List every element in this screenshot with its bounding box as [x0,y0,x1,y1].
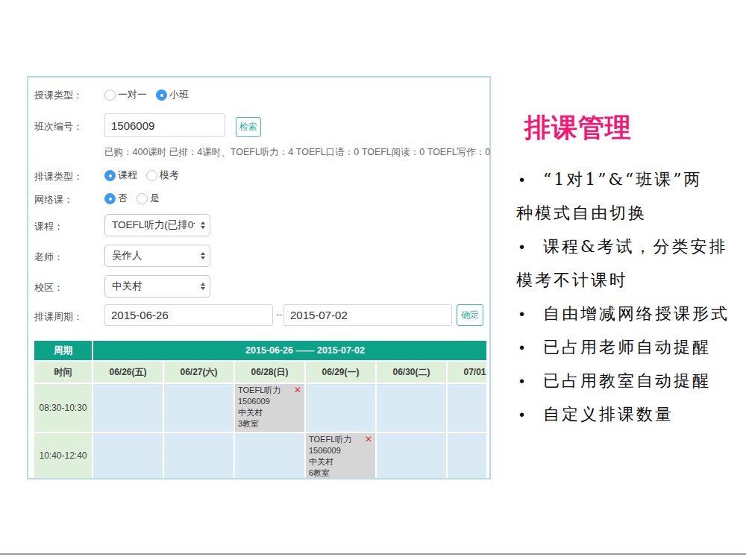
select-arrows-icon [201,283,205,290]
bullet-icon: • [516,398,543,432]
schedule-cell[interactable] [306,384,375,432]
feature-text: 已占用教室自动提醒 [543,371,711,390]
radio-option-unselected[interactable]: 一对一 [104,88,147,101]
slide: 授课类型： 一对一小班 班次编号： 检索 已购：400课时 已排：4课时、TOE… [0,0,746,560]
radio-option-unselected[interactable]: 模考 [146,169,179,182]
campus-label: 校区： [34,281,63,295]
event-course-name: TOEFL听力 [238,385,280,396]
radio-label: 小班 [169,88,189,101]
page-title: 排课管理 [524,110,632,145]
teach-type-label: 授课类型： [34,89,83,102]
course-label: 课程： [34,220,63,233]
time-column-header: 时间 [34,362,92,383]
schedule-cell[interactable] [235,433,304,478]
feature-wrap-line: 模考不计课时 [516,263,730,297]
delete-event-icon[interactable]: ✕ [365,434,374,444]
period-label: 排课周期： [34,310,83,324]
feature-list: •“1对1”&“班课”两种模式自由切换•课程&考试，分类安排模考不计课时•自由增… [516,163,730,431]
course-select[interactable]: TOEFL听力(已排0讠 [104,214,210,236]
bullet-icon: • [516,298,543,331]
radio-icon [104,193,116,204]
schedule-grid: 周期2015-06-26 —— 2015-07-02时间06/26(五)06/2… [34,341,486,479]
online-class-label: 网络课： [34,193,73,207]
schedule-cell[interactable] [377,433,446,478]
radio-option-selected[interactable]: 否 [104,192,128,205]
schedule-cell[interactable] [448,433,486,478]
event-course-name: TOEFL听力 [309,434,351,445]
radio-label: 模考 [160,169,179,182]
schedule-type-label: 排课类型： [34,170,83,183]
teacher-select[interactable]: 吴作人 [104,245,210,267]
bullet-icon: • [516,230,543,264]
slide-bottom-edge [0,553,746,555]
day-header: 06/26(五) [93,362,163,383]
feature-line: •已占用老师自动提醒 [516,330,730,364]
feature-text: 自定义排课数量 [543,405,674,424]
period-separator: -- [276,309,283,320]
day-header: 06/28(日) [235,362,304,383]
radio-label: 否 [118,192,128,205]
feature-text: 课程&考试，分类安排 [543,237,728,256]
schedule-cell[interactable] [93,433,163,478]
schedule-cell[interactable]: TOEFL听力✕1506009中关村6教室 [306,433,375,478]
radio-icon [137,193,148,204]
feature-line: •课程&考试，分类安排 [516,230,730,263]
campus-select[interactable]: 中关村 [104,275,210,298]
scheduled-class-card: TOEFL听力✕1506009中关村3教室 [235,384,304,432]
period-start-input[interactable] [104,304,273,326]
feature-text: 模考不计课时 [516,271,628,289]
teacher-select-value: 吴作人 [112,249,195,262]
class-number-label: 班次编号： [34,120,83,133]
day-header: 07/01(三) [448,362,486,383]
schedule-cell[interactable] [164,433,233,478]
schedule-cell[interactable] [164,384,233,432]
table-range-header: 2015-06-26 —— 2015-07-02 [93,341,486,360]
event-campus: 中关村 [309,456,374,468]
teacher-label: 老师： [34,251,63,264]
campus-select-value: 中关村 [112,280,195,293]
radio-icon [104,89,116,101]
radio-icon [104,170,116,181]
teach-type-radio-group: 一对一小班 [104,87,198,102]
feature-text: 自由增减网络授课形式 [543,304,730,323]
event-class-no: 1506009 [309,445,374,456]
course-select-value: TOEFL听力(已排0讠 [112,218,195,232]
schedule-cell[interactable]: TOEFL听力✕1506009中关村3教室 [235,384,304,432]
period-end-input[interactable] [283,304,452,326]
feature-wrap-line: 种模式自由切换 [516,196,730,230]
delete-event-icon[interactable]: ✕ [294,385,303,395]
event-room: 6教室 [309,468,374,479]
bullet-icon: • [516,365,543,398]
radio-label: 一对一 [118,88,147,101]
search-button[interactable]: 检索 [236,117,261,137]
day-header: 06/29(一) [306,362,375,383]
feature-line: •自定义排课数量 [516,397,730,431]
class-number-input[interactable] [104,113,225,137]
feature-line: •“1对1”&“班课”两 [516,163,730,196]
event-room: 3教室 [238,418,303,430]
feature-text: “1对1”&“班课”两 [543,170,703,189]
time-slot-label: 08:30-10:30 [34,384,92,432]
radio-option-unselected[interactable]: 是 [137,192,160,205]
day-header: 06/30(二) [377,362,446,383]
radio-icon [156,89,167,101]
scheduling-panel: 授课类型： 一对一小班 班次编号： 检索 已购：400课时 已排：4课时、TOE… [27,76,491,479]
table-corner-label: 周期 [34,341,92,360]
schedule-table: 周期2015-06-26 —— 2015-07-02时间06/26(五)06/2… [34,341,486,479]
feature-text: 种模式自由切换 [516,204,647,222]
schedule-cell[interactable] [93,384,163,432]
hours-stats-text: 已购：400课时 已排：4课时、TOEFL听力：4 TOEFL口语：0 TOEF… [104,146,490,159]
select-arrows-icon [201,252,205,259]
feature-text: 已占用老师自动提醒 [543,338,711,356]
day-header: 06/27(六) [164,362,233,383]
confirm-button[interactable]: 确定 [457,304,483,326]
radio-icon [146,170,157,181]
feature-line: •自由增减网络授课形式 [516,297,730,330]
bullet-icon: • [516,331,543,365]
schedule-cell[interactable] [448,384,486,432]
radio-label: 课程 [118,169,137,182]
schedule-cell[interactable] [377,384,446,432]
bullet-icon: • [516,163,543,197]
radio-option-selected[interactable]: 课程 [104,169,137,182]
radio-option-selected[interactable]: 小班 [156,88,189,101]
